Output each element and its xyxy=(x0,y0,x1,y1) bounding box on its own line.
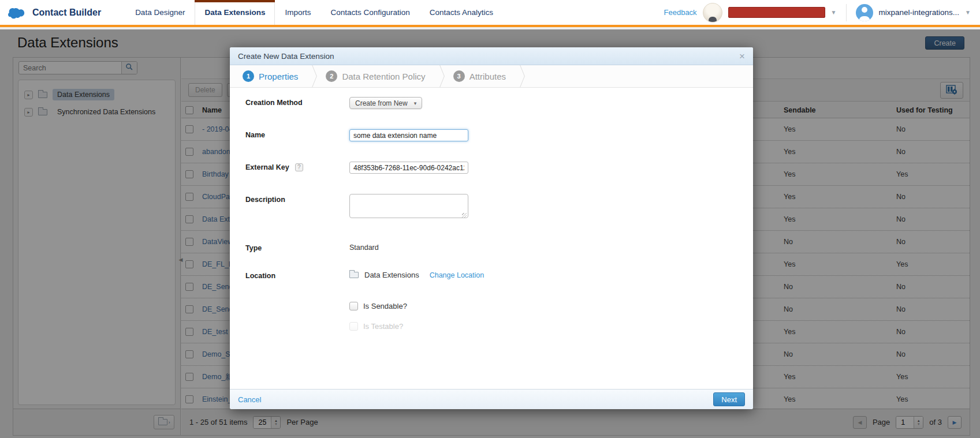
modal-footer: Cancel Next xyxy=(230,389,753,409)
redacted-account-name xyxy=(728,7,825,18)
creation-method-label: Creation Method xyxy=(245,97,349,107)
modal-header: Create New Data Extension × xyxy=(230,47,753,65)
feedback-link[interactable]: Feedback xyxy=(664,8,697,17)
change-location-link[interactable]: Change Location xyxy=(430,271,485,279)
brand-label: Contact Builder xyxy=(32,8,101,18)
name-label: Name xyxy=(245,129,349,139)
is-testable-label: Is Testable? xyxy=(363,322,403,331)
top-nav: Contact Builder Data Designer Data Exten… xyxy=(0,0,980,27)
brand[interactable]: Contact Builder xyxy=(8,0,101,25)
help-icon[interactable]: ? xyxy=(295,163,303,171)
is-testable-row: Is Testable? xyxy=(349,322,403,331)
account-caret-icon[interactable]: ▼ xyxy=(831,9,837,16)
tab-data-extensions[interactable]: Data Extensions xyxy=(195,0,275,25)
tab-imports[interactable]: Imports xyxy=(275,0,321,25)
einstein-avatar[interactable] xyxy=(703,3,722,23)
name-row: Name xyxy=(245,129,468,141)
type-value: Standard xyxy=(349,242,379,252)
primary-tabs: Data Designer Data Extensions Imports Co… xyxy=(125,0,503,25)
close-icon[interactable]: × xyxy=(739,51,745,61)
user-avatar-icon xyxy=(856,4,873,21)
step-chevron-divider xyxy=(307,65,316,87)
is-sendable-row: Is Sendable? xyxy=(349,302,407,310)
is-testable-checkbox xyxy=(349,322,358,331)
external-key-input[interactable] xyxy=(349,162,468,174)
description-label: Description xyxy=(245,194,349,204)
nav-divider xyxy=(846,4,847,21)
chevron-down-icon: ▾ xyxy=(414,100,417,106)
is-sendable-label: Is Sendable? xyxy=(363,302,407,310)
step-label: Properties xyxy=(259,72,298,81)
tab-contacts-configuration[interactable]: Contacts Configuration xyxy=(321,0,419,25)
step-label: Attributes xyxy=(469,72,506,81)
modal-title: Create New Data Extension xyxy=(238,52,334,61)
salesforce-cloud-icon xyxy=(8,6,27,19)
step-data-retention-policy[interactable]: 2 Data Retention Policy xyxy=(320,70,431,82)
step-number-badge: 1 xyxy=(243,70,254,82)
tab-data-designer[interactable]: Data Designer xyxy=(125,0,195,25)
description-textarea[interactable] xyxy=(349,194,468,218)
step-chevron-divider xyxy=(515,65,524,87)
user-menu-label[interactable]: mixpanel-integrations... xyxy=(879,8,960,17)
creation-method-value: Create from New xyxy=(355,99,408,107)
description-row: Description xyxy=(245,194,468,220)
step-properties[interactable]: 1 Properties xyxy=(237,70,304,82)
cancel-link[interactable]: Cancel xyxy=(238,395,261,404)
is-sendable-checkbox[interactable] xyxy=(349,302,358,310)
external-key-label: External Key? xyxy=(245,162,349,171)
name-input[interactable] xyxy=(349,129,468,141)
tab-contacts-analytics[interactable]: Contacts Analytics xyxy=(420,0,503,25)
external-key-row: External Key? xyxy=(245,162,468,174)
location-label: Location xyxy=(245,270,349,280)
modal-body: Creation Method Create from New ▾ Name E… xyxy=(230,88,753,389)
step-number-badge: 3 xyxy=(453,70,465,82)
step-number-badge: 2 xyxy=(326,70,337,82)
step-chevron-divider xyxy=(435,65,444,87)
app-root: Contact Builder Data Designer Data Exten… xyxy=(0,0,980,438)
wizard-steps: 1 Properties 2 Data Retention Policy 3 A… xyxy=(230,65,753,88)
location-value: Data Extensions xyxy=(364,271,419,279)
create-data-extension-modal: Create New Data Extension × 1 Properties… xyxy=(230,47,753,409)
creation-method-dropdown[interactable]: Create from New ▾ xyxy=(349,97,422,109)
step-label: Data Retention Policy xyxy=(342,72,425,81)
type-label: Type xyxy=(245,242,349,252)
type-row: Type Standard xyxy=(245,242,379,252)
nav-right-cluster: Feedback ▼ mixpanel-integrations... ▼ xyxy=(664,0,980,25)
next-button[interactable]: Next xyxy=(713,392,745,406)
creation-method-row: Creation Method Create from New ▾ xyxy=(245,97,422,109)
folder-icon xyxy=(349,272,359,278)
location-row: Location Data Extensions Change Location xyxy=(245,270,484,280)
user-caret-icon[interactable]: ▼ xyxy=(965,9,971,16)
step-attributes[interactable]: 3 Attributes xyxy=(448,70,512,82)
